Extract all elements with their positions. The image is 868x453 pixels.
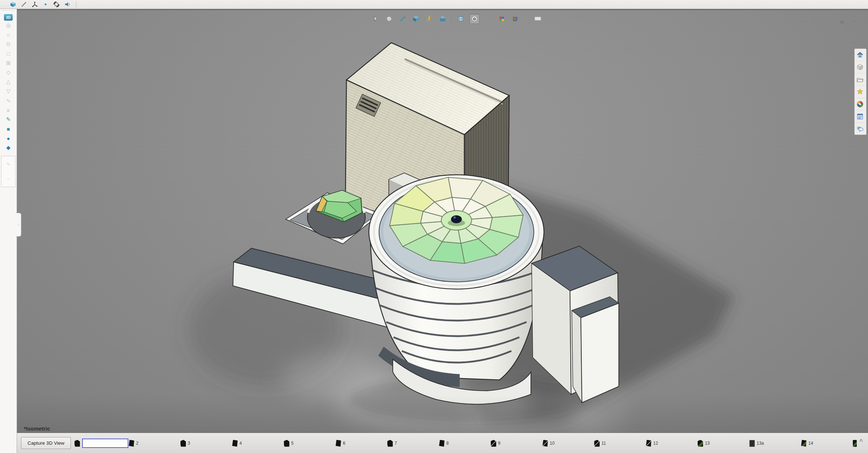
properties-list-icon[interactable] [855, 110, 865, 123]
presentation-screen-icon[interactable] [533, 14, 542, 24]
3d-view-icon[interactable]: 3D [4, 14, 13, 21]
paint-tool-icon[interactable] [398, 14, 407, 24]
point-icon[interactable] [42, 1, 49, 8]
orbit-mode-icon[interactable] [469, 14, 480, 24]
pan-tool-icon[interactable]: ○ [1, 30, 15, 39]
view-item-14[interactable]: 14 [801, 440, 853, 447]
viewport-toolbar [371, 14, 542, 24]
3d-viewport[interactable]: ▭ ▭ – ▣ × [17, 9, 868, 434]
comments-icon[interactable] [855, 123, 865, 135]
window-icon[interactable]: ▭ [799, 18, 807, 25]
capture-3d-view-button[interactable]: Capture 3D View [21, 437, 71, 449]
view-thumbnail-icon [75, 440, 80, 447]
minimize-icon[interactable]: – [825, 18, 833, 25]
view-label: 3 [188, 441, 190, 446]
color-box-icon[interactable]: ■ [1, 124, 15, 134]
new-document-cube-icon[interactable] [9, 1, 17, 8]
capture-bar: Capture 3D View 2 3 4 5 6 7 8 9 10 11 12… [17, 433, 868, 453]
close-icon[interactable]: × [851, 18, 859, 25]
model-box-icon[interactable] [411, 14, 421, 24]
section-tool-icon[interactable]: ≡ [1, 105, 15, 115]
sidebar-collapse-handle[interactable]: ‹ [16, 213, 21, 237]
view-item-9[interactable]: 9 [491, 440, 542, 447]
collapse-arrow-icon: ‹ [18, 223, 19, 226]
captured-views-strip: 2 3 4 5 6 7 8 9 10 11 12 13 13a 14 [75, 436, 860, 450]
orbit-icon[interactable] [53, 1, 60, 8]
signature-curve-icon: ∿ [6, 161, 10, 167]
top-toolbar [0, 0, 868, 9]
cube-tool-icon[interactable]: □ [1, 49, 15, 58]
view-item-10[interactable]: 10 [542, 440, 594, 447]
wedge-tool-icon[interactable]: ▽ [1, 86, 15, 96]
view-item-13a[interactable]: 13a [749, 440, 801, 447]
shaded-sphere-icon[interactable] [384, 14, 394, 24]
home-icon[interactable] [855, 49, 865, 61]
markup-tool-icon[interactable]: ✎ [1, 115, 15, 124]
model-tree-icon[interactable] [855, 61, 865, 73]
view-item-8[interactable]: 8 [439, 440, 491, 447]
render-colors-alt-icon[interactable] [510, 14, 520, 24]
secure-box-icon[interactable] [438, 14, 447, 24]
view-rename-input[interactable] [82, 439, 128, 448]
arc-curve-icon: ~ [7, 176, 10, 182]
restore-icon[interactable]: ▣ [838, 18, 846, 25]
model-cubes-icon[interactable]: ◆ [1, 143, 15, 152]
view-item-4[interactable]: 4 [232, 440, 284, 447]
view-item-1[interactable] [75, 439, 129, 448]
sphere-tool-icon[interactable]: ◇ [1, 68, 15, 77]
orbit-tool-icon[interactable]: ◎ [1, 21, 15, 30]
select-arrow-icon[interactable] [371, 14, 380, 24]
view-label: 5 [291, 441, 294, 446]
view-label: 13 [705, 441, 710, 446]
view-thumbnail-icon [801, 440, 807, 447]
view-thumbnail-icon [594, 440, 600, 447]
toolbar-separator [451, 14, 452, 23]
view-thumbnail-icon [439, 440, 444, 447]
view-label: 12 [653, 441, 658, 446]
render-colors-icon[interactable] [497, 14, 506, 24]
expand-strip-chevron[interactable]: ^ [856, 437, 866, 446]
view-item-2[interactable]: 2 [129, 440, 180, 447]
view-label: 11 [601, 441, 606, 446]
window-alt-icon[interactable]: ▭ [812, 18, 820, 25]
render-sphere-icon[interactable]: ● [1, 134, 15, 143]
view-item-12[interactable]: 12 [646, 440, 698, 447]
view-label: 10 [550, 441, 554, 446]
view-item-6[interactable]: 6 [336, 440, 387, 447]
view-label: 13a [757, 441, 764, 446]
view-item-13[interactable]: 13 [698, 440, 749, 447]
zoom-tool-icon[interactable]: ⊙ [1, 39, 15, 49]
view-label: 7 [395, 441, 397, 446]
view-item-11[interactable]: 11 [594, 440, 646, 447]
3d-model-scene [17, 10, 868, 434]
view-thumbnail-icon [491, 440, 496, 447]
globe-icon[interactable] [456, 14, 465, 24]
sketch-line-icon[interactable] [20, 1, 27, 8]
view-label: 4 [239, 441, 242, 446]
color-wheel-icon[interactable] [855, 98, 865, 110]
view-thumbnail-icon [284, 440, 289, 447]
view-thumbnail-icon [129, 440, 134, 447]
ghost-window-controls: ▭ ▭ – ▣ × [799, 18, 859, 25]
sound-icon[interactable] [64, 1, 71, 8]
frame-corner-icon[interactable] [484, 14, 493, 24]
cylinder-tool-icon[interactable]: ⊞ [1, 58, 15, 68]
view-label: 9 [498, 441, 501, 446]
spline-tool-icon[interactable]: ∿ [1, 96, 15, 105]
sidebar-groove [1, 10, 15, 12]
view-item-7[interactable]: 7 [387, 440, 439, 447]
quick-tools-icon[interactable] [425, 14, 434, 24]
favorites-star-icon[interactable] [855, 86, 865, 98]
rotunda-roof [369, 175, 544, 289]
axes-triad-icon[interactable] [31, 1, 38, 8]
view-item-3[interactable]: 3 [180, 440, 232, 447]
view-thumbnail-icon [542, 440, 548, 447]
cone-tool-icon[interactable]: △ [1, 77, 15, 86]
view-item-5[interactable]: 5 [284, 440, 336, 447]
view-thumbnail-icon [646, 440, 651, 447]
view-label: 6 [343, 441, 345, 446]
open-folder-icon[interactable] [855, 73, 865, 86]
left-sidebar: 3D ◎ ○ ⊙ □ ⊞ ◇ △ ▽ ∿ ≡ ✎ ■ ● ◆ ∿ ~ [0, 9, 17, 453]
view-thumbnail-icon [336, 440, 341, 447]
view-thumbnail-icon [180, 440, 186, 447]
